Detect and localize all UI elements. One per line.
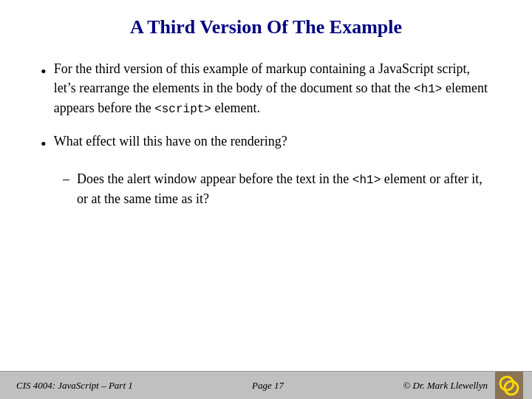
bullet-dot-1: • — [41, 61, 47, 83]
logo-icon — [497, 374, 521, 398]
footer-center-text: Page 17 — [252, 380, 284, 392]
bullet-item-2: • What effect will this have on the rend… — [41, 132, 491, 156]
footer-logo — [495, 372, 523, 400]
slide-content: • For the third version of this example … — [0, 52, 532, 371]
footer-right-text: © Dr. Mark Llewellyn — [403, 380, 488, 392]
footer-text-area: CIS 4004: JavaScript – Part 1 Page 17 © … — [9, 380, 495, 392]
sub-bullet-item-1: – Does the alert window appear before th… — [41, 169, 491, 208]
slide-title: A Third Version Of The Example — [0, 0, 532, 52]
bullet-dot-2: • — [41, 133, 47, 156]
bullet-text-1: For the third version of this example of… — [54, 59, 491, 118]
footer-left-text: CIS 4004: JavaScript – Part 1 — [16, 380, 133, 392]
slide: A Third Version Of The Example • For the… — [0, 0, 532, 399]
sub-bullet-text-1: Does the alert window appear before the … — [77, 169, 491, 208]
bullet-item-1: • For the third version of this example … — [41, 59, 491, 118]
bullet-text-2: What effect will this have on the render… — [54, 132, 287, 151]
footer: CIS 4004: JavaScript – Part 1 Page 17 © … — [0, 371, 532, 399]
footer-row: CIS 4004: JavaScript – Part 1 Page 17 © … — [9, 372, 523, 400]
sub-bullet-dash-1: – — [63, 169, 69, 188]
